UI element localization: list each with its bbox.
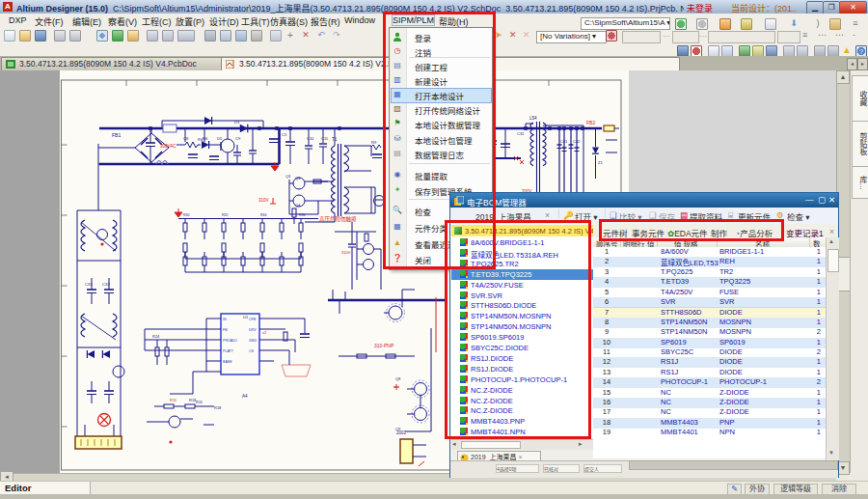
svg-text:BASE: BASE <box>223 360 232 364</box>
svg-text:R11: R11 <box>196 400 203 404</box>
svg-text:FB: FB <box>223 328 228 332</box>
svg-text:Q3: Q3 <box>295 176 301 180</box>
svg-text:U1: U1 <box>243 315 249 319</box>
svg-text:R6: R6 <box>203 136 208 141</box>
svg-text:R32: R32 <box>222 213 228 217</box>
svg-text:A4: A4 <box>242 394 248 399</box>
svg-text:C31: C31 <box>517 131 525 136</box>
svg-text:GND: GND <box>249 339 257 343</box>
svg-text:PROADJ: PROADJ <box>223 339 237 343</box>
svg-text:v2: v2 <box>262 330 267 335</box>
svg-text:300VAC: 300VAC <box>160 144 176 149</box>
svg-text:R24: R24 <box>152 334 160 339</box>
svg-text:310V: 310V <box>341 250 351 255</box>
svg-text:C5: C5 <box>282 132 287 137</box>
svg-text:C42: C42 <box>573 139 581 144</box>
svg-text:D5: D5 <box>217 136 223 141</box>
svg-text:PLATT: PLATT <box>223 349 234 353</box>
svg-text:Z1: Z1 <box>598 160 603 165</box>
svg-text:Q9: Q9 <box>395 427 401 431</box>
svg-text:310-PNP: 310-PNP <box>374 343 394 348</box>
svg-text:R11: R11 <box>170 398 177 402</box>
svg-text:DRV: DRV <box>249 328 257 332</box>
svg-text:T1: T1 <box>332 137 338 142</box>
svg-text:R34: R34 <box>260 213 266 217</box>
svg-text:FB2: FB2 <box>586 120 595 125</box>
svg-text:CFB: CFB <box>249 318 257 321</box>
svg-text:高压危险勿触摸: 高压危险勿触摸 <box>319 215 357 223</box>
svg-text:C8: C8 <box>183 136 189 141</box>
svg-text:R30: R30 <box>183 213 189 217</box>
svg-text:CS: CS <box>249 349 255 353</box>
svg-text:CX2: CX2 <box>102 282 111 287</box>
svg-text:CX1: CX1 <box>85 282 94 287</box>
svg-text:Q3: Q3 <box>285 174 291 179</box>
svg-text:R9: R9 <box>371 140 377 145</box>
svg-text:C41: C41 <box>560 139 568 144</box>
svg-text:L54: L54 <box>529 116 537 121</box>
svg-text:D3: D3 <box>234 120 240 125</box>
svg-text:R36: R36 <box>299 213 305 217</box>
svg-text:C9: C9 <box>235 136 241 141</box>
svg-text:C11: C11 <box>321 136 329 141</box>
svg-text:IN: IN <box>223 318 227 321</box>
svg-text:Q8: Q8 <box>395 376 401 381</box>
svg-text:FB1: FB1 <box>112 132 121 138</box>
svg-text:C10: C10 <box>307 136 314 141</box>
svg-text:Q4: Q4 <box>295 203 301 208</box>
svg-text:310V: 310V <box>258 198 269 203</box>
svg-text:R18: R18 <box>214 405 222 410</box>
